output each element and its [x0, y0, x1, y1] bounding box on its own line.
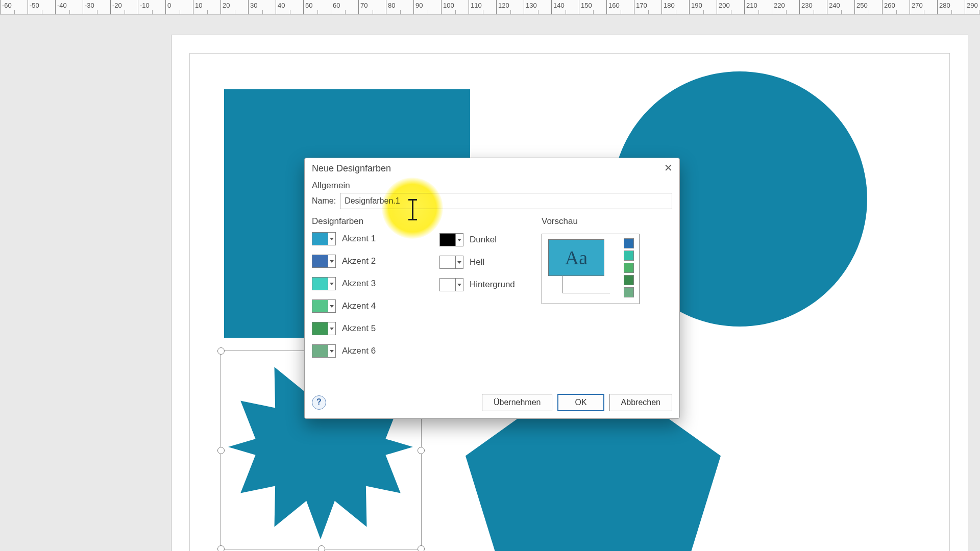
ruler-tick: 120 [496, 0, 524, 14]
ruler-tick-label: 140 [553, 2, 565, 9]
ruler-tick: 0 [165, 0, 193, 14]
ruler-tick-label: 210 [746, 2, 757, 9]
preview-mini-swatch [624, 275, 634, 285]
new-theme-colors-dialog: Neue Designfarben ✕ Allgemein Name: Desi… [304, 158, 680, 419]
ruler-tick-label: 160 [608, 2, 620, 9]
ruler-tick: -30 [83, 0, 110, 14]
ruler-tick-label: 270 [912, 2, 923, 9]
dialog-title-text: Neue Designfarben [312, 163, 391, 173]
ruler-tick: 260 [882, 0, 910, 14]
name-field-label: Name: [312, 196, 336, 206]
swatch-label: Hell [470, 257, 484, 267]
swatch-label: Akzent 5 [342, 323, 376, 334]
ruler-tick: 110 [469, 0, 496, 14]
swatch-label: Akzent 3 [342, 279, 376, 289]
ok-button[interactable]: OK [557, 394, 604, 411]
preview-box: Aa [542, 234, 640, 304]
accent-row: Akzent 6 [312, 340, 439, 362]
ruler-tick: 190 [689, 0, 717, 14]
ruler-tick: -50 [28, 0, 55, 14]
close-icon[interactable]: ✕ [661, 161, 675, 176]
color-swatch[interactable] [312, 299, 328, 313]
ruler-tick-label: 0 [167, 2, 171, 9]
ruler-tick-label: 90 [415, 2, 423, 9]
section-preview-label: Vorschau [542, 214, 672, 228]
ruler-tick-label: -50 [30, 2, 39, 9]
chevron-down-icon[interactable] [456, 278, 463, 291]
preview-sample-text: Aa [548, 239, 604, 276]
resize-handle[interactable] [318, 545, 325, 551]
ruler-tick: 240 [827, 0, 854, 14]
ruler-tick: 210 [744, 0, 772, 14]
color-swatch[interactable] [312, 277, 328, 290]
extra-row: Hell [439, 251, 542, 273]
help-icon[interactable]: ? [312, 395, 326, 410]
cancel-button[interactable]: Abbrechen [609, 394, 672, 411]
ruler-tick-label: -60 [2, 2, 12, 9]
color-swatch[interactable] [439, 256, 456, 269]
accent-row: Akzent 5 [312, 317, 439, 340]
ruler-tick: 250 [854, 0, 882, 14]
apply-button[interactable]: Übernehmen [482, 394, 553, 411]
ruler-tick-label: 60 [333, 2, 340, 9]
chevron-down-icon[interactable] [328, 322, 336, 335]
resize-handle[interactable] [418, 447, 425, 454]
preview-mini-swatch [624, 263, 634, 273]
ruler-tick: 90 [413, 0, 441, 14]
ruler-tick-label: 20 [223, 2, 230, 9]
ruler-tick-label: 120 [498, 2, 509, 9]
ruler-tick: 20 [220, 0, 248, 14]
chevron-down-icon[interactable] [328, 299, 336, 313]
ruler-tick: 60 [331, 0, 358, 14]
swatch-label: Akzent 2 [342, 256, 376, 266]
resize-handle[interactable] [217, 347, 225, 355]
ruler-tick-label: 130 [526, 2, 537, 9]
ruler-tick-label: 190 [691, 2, 702, 9]
color-swatch[interactable] [312, 232, 328, 245]
resize-handle[interactable] [418, 545, 425, 551]
accent-row: Akzent 2 [312, 250, 439, 272]
chevron-down-icon[interactable] [328, 344, 336, 358]
ruler-tick-label: 110 [471, 2, 482, 9]
ruler-tick: 10 [193, 0, 220, 14]
ruler-tick-label: -10 [140, 2, 150, 9]
swatch-label: Akzent 6 [342, 346, 376, 356]
chevron-down-icon[interactable] [328, 277, 336, 290]
swatch-label: Akzent 4 [342, 301, 376, 311]
section-general-label: Allgemein [305, 179, 679, 192]
color-swatch[interactable] [439, 278, 456, 291]
ruler-tick: 170 [634, 0, 662, 14]
section-colors-label: Designfarben [312, 214, 439, 228]
ruler-tick-label: 220 [774, 2, 785, 9]
ruler-tick-label: 80 [388, 2, 395, 9]
ruler-tick: 180 [662, 0, 689, 14]
ruler-tick: 30 [248, 0, 276, 14]
ruler-tick: 130 [524, 0, 551, 14]
color-swatch[interactable] [312, 344, 328, 358]
accent-row: Akzent 1 [312, 228, 439, 250]
ruler-tick: 40 [276, 0, 303, 14]
accent-row: Akzent 3 [312, 272, 439, 295]
resize-handle[interactable] [217, 545, 225, 551]
resize-handle[interactable] [217, 447, 225, 454]
ruler-tick: 200 [717, 0, 744, 14]
chevron-down-icon[interactable] [328, 255, 336, 268]
chevron-down-icon[interactable] [328, 232, 336, 245]
preview-mini-swatch [624, 287, 634, 297]
color-swatch[interactable] [439, 233, 456, 246]
swatch-label: Hintergrund [470, 280, 515, 290]
color-swatch[interactable] [312, 255, 328, 268]
ruler-tick-label: 250 [856, 2, 868, 9]
dialog-title: Neue Designfarben ✕ [305, 158, 679, 179]
chevron-down-icon[interactable] [456, 233, 463, 246]
ruler-tick-label: 290 [967, 2, 978, 9]
name-input[interactable] [340, 193, 672, 209]
ruler-tick-label: 70 [360, 2, 368, 9]
ruler-tick: -20 [110, 0, 138, 14]
ruler-tick-label: 240 [829, 2, 840, 9]
ruler-tick-label: 180 [664, 2, 675, 9]
chevron-down-icon[interactable] [456, 256, 463, 269]
ruler-tick-label: 40 [278, 2, 285, 9]
ruler-tick: 50 [303, 0, 331, 14]
color-swatch[interactable] [312, 322, 328, 335]
